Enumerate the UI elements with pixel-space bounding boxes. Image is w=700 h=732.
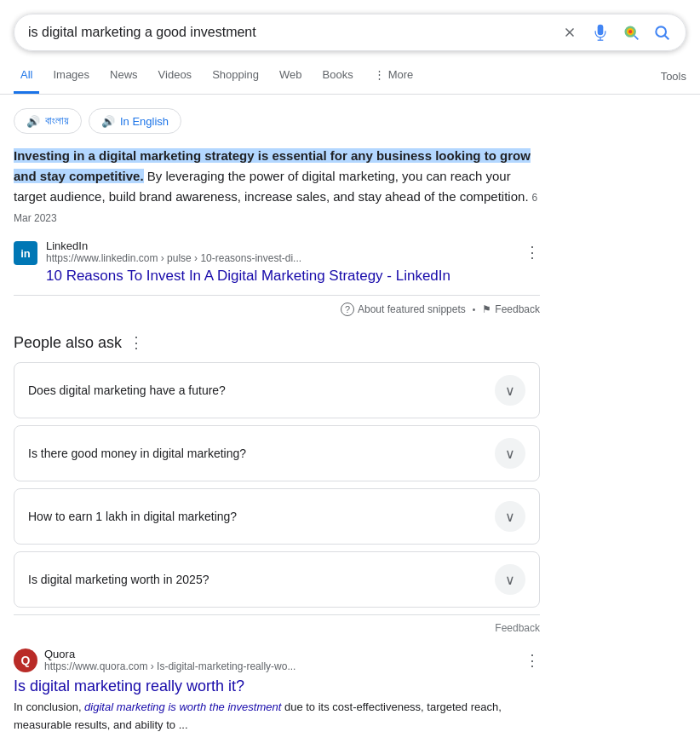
snippet-meta: ? About featured snippets • ⚑ Feedback: [14, 295, 540, 316]
chevron-down-icon-3: ∨: [505, 509, 515, 525]
english-translate-button[interactable]: 🔊 In English: [89, 108, 181, 134]
quora-options-button[interactable]: ⋮: [525, 651, 540, 670]
more-dots-icon: ⋮: [374, 68, 385, 81]
paa-section-title: People also ask ⋮: [14, 333, 540, 352]
paa-expand-3[interactable]: ∨: [495, 501, 525, 532]
result-source-row: Q Quora https://www.quora.com › Is-digit…: [14, 648, 540, 672]
tab-all[interactable]: All: [14, 58, 39, 94]
quora-result: Q Quora https://www.quora.com › Is-digit…: [14, 648, 540, 732]
svg-point-6: [628, 30, 632, 33]
search-button[interactable]: [651, 22, 672, 43]
lens-button[interactable]: [621, 22, 641, 43]
speaker-icon-english: 🔊: [101, 115, 115, 128]
main-content: 🔊 বাংলায় 🔊 In English Investing in a di…: [0, 95, 554, 732]
voice-search-button[interactable]: [590, 22, 611, 43]
translation-row: 🔊 বাংলায় 🔊 In English: [14, 108, 540, 134]
tab-more[interactable]: ⋮ More: [367, 58, 421, 94]
source-name-url: LinkedIn https://www.linkedin.com › puls…: [46, 239, 301, 264]
svg-point-8: [656, 26, 666, 37]
source-options-button[interactable]: ⋮: [525, 243, 540, 262]
clear-button[interactable]: [559, 22, 580, 43]
tools-button[interactable]: Tools: [661, 70, 686, 83]
svg-line-7: [634, 36, 639, 40]
featured-snippet: Investing in a digital marketing strateg…: [14, 146, 540, 316]
paa-expand-4[interactable]: ∨: [495, 564, 525, 595]
people-also-ask-section: People also ask ⋮ Does digital marketing…: [14, 333, 540, 634]
dot-separator: •: [473, 305, 476, 314]
quora-result-title[interactable]: Is digital marketing really worth it?: [14, 677, 540, 695]
nav-tabs: All Images News Videos Shopping Web Book…: [0, 58, 700, 95]
paa-options-icon[interactable]: ⋮: [129, 333, 144, 352]
chevron-down-icon-1: ∨: [505, 383, 515, 399]
paa-expand-1[interactable]: ∨: [495, 375, 525, 406]
speaker-icon: 🔊: [26, 115, 40, 128]
quora-snippet: In conclusion, digital marketing is wort…: [14, 699, 540, 732]
paa-feedback-button[interactable]: Feedback: [14, 614, 540, 634]
tab-web[interactable]: Web: [273, 58, 309, 94]
result-site-info: Quora https://www.quora.com › Is-digital…: [44, 648, 518, 672]
tab-shopping[interactable]: Shopping: [205, 58, 266, 94]
search-bar-container: [0, 0, 700, 51]
about-snippets-button[interactable]: ? About featured snippets: [341, 303, 466, 316]
quora-logo: Q: [14, 648, 37, 672]
snippet-emphasis: digital marketing is worth the investmen…: [84, 700, 281, 713]
tab-news[interactable]: News: [103, 58, 145, 94]
question-icon: ?: [341, 303, 354, 316]
linkedin-logo: in: [14, 241, 37, 265]
source-link-row: LinkedIn https://www.linkedin.com › puls…: [46, 239, 540, 264]
tab-images[interactable]: Images: [46, 58, 96, 94]
chevron-down-icon-4: ∨: [505, 572, 515, 588]
quora-site-name: Quora: [44, 648, 518, 660]
snippet-text: Investing in a digital marketing strateg…: [14, 146, 540, 228]
bangla-translate-button[interactable]: 🔊 বাংলায়: [14, 108, 82, 134]
quora-url: https://www.quora.com › Is-digital-marke…: [44, 660, 518, 672]
paa-expand-2[interactable]: ∨: [495, 438, 525, 469]
chevron-down-icon-2: ∨: [505, 446, 515, 462]
search-bar: [14, 14, 686, 51]
paa-item-2[interactable]: Is there good money in digital marketing…: [14, 425, 540, 481]
source-title-link[interactable]: 10 Reasons To Invest In A Digital Market…: [46, 268, 540, 285]
paa-item-3[interactable]: How to earn 1 lakh in digital marketing?…: [14, 488, 540, 545]
flag-icon: ⚑: [482, 303, 491, 315]
paa-item-1[interactable]: Does digital marketing have a future? ∨: [14, 362, 540, 418]
search-input[interactable]: [28, 25, 553, 40]
snippet-feedback-button[interactable]: ⚑ Feedback: [482, 303, 540, 315]
source-url: https://www.linkedin.com › pulse › 10-re…: [46, 252, 301, 264]
search-icons: [559, 22, 672, 43]
source-info: LinkedIn https://www.linkedin.com › puls…: [46, 239, 540, 285]
svg-line-9: [665, 36, 669, 40]
paa-item-4[interactable]: Is digital marketing worth in 2025? ∨: [14, 551, 540, 608]
source-name: LinkedIn: [46, 239, 301, 252]
tab-books[interactable]: Books: [316, 58, 360, 94]
tab-videos[interactable]: Videos: [152, 58, 199, 94]
source-card: in LinkedIn https://www.linkedin.com › p…: [14, 239, 540, 285]
